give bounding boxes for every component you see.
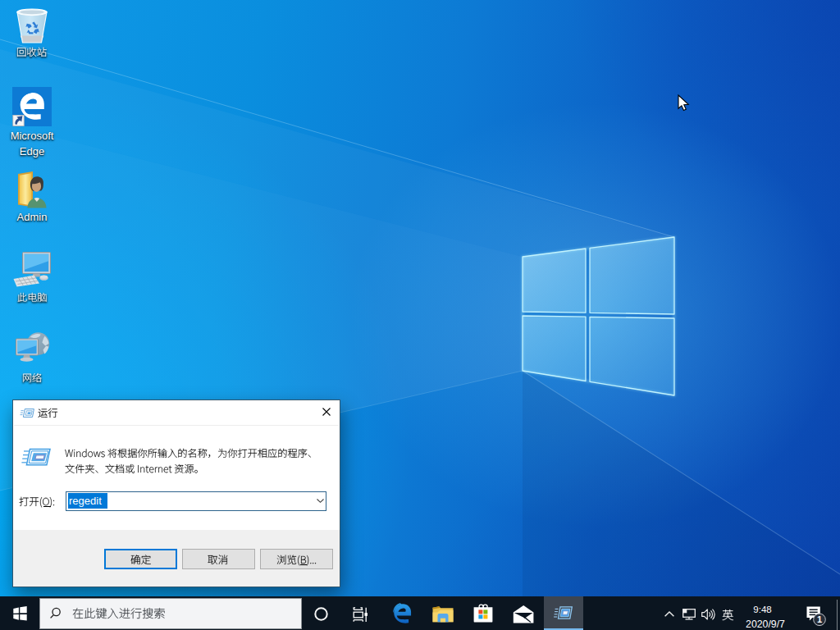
svg-text:1: 1 bbox=[816, 614, 821, 624]
